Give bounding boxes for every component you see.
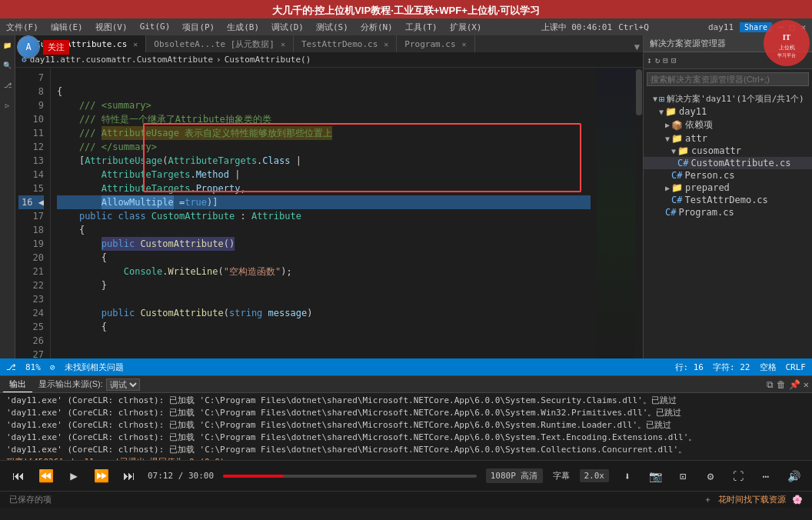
rewind-button[interactable]: ⏪ [37, 467, 55, 485]
solution-explorer-header: 解决方案资源管理器 [644, 35, 812, 52]
settings-button[interactable]: ⚙ [701, 467, 720, 485]
tree-node-customattr-cs[interactable]: C# CustomAttribute.cs [644, 157, 812, 169]
menu-bar[interactable]: 文件(F) 编辑(E) 视图(V) Git(G) 项目(P) 生成(B) 调试(… [6, 22, 482, 33]
output-clear-icon[interactable]: 🗑 [777, 379, 786, 390]
app-title: day11 [708, 22, 734, 32]
tab-close-testattrdemo[interactable]: ✕ [384, 40, 388, 48]
prev-frame-button[interactable]: ⏮ [9, 467, 28, 485]
code-line-19: public CustomAttribute() [57, 237, 591, 251]
tab-close-program[interactable]: ✕ [462, 40, 467, 48]
progress-fill [223, 475, 284, 478]
play-button[interactable]: ▶ [65, 467, 83, 485]
tree-node-testattrdemo-cs[interactable]: C# TestAttrDemo.cs [644, 194, 812, 206]
sidebar-icon-search[interactable]: 🔍 [1, 58, 15, 72]
scrollbar-thumb[interactable] [636, 69, 642, 115]
prepared-icon: 📁 [671, 182, 683, 193]
filter-icon[interactable]: ⊡ [671, 55, 677, 65]
collapse-icon[interactable]: ⊟ [663, 55, 668, 65]
code-line-11: /// AttributeUsage 表示自定义特性能够放到那些位置上 [57, 126, 591, 140]
output-close-icon[interactable]: ✕ [804, 379, 809, 390]
zoom-level[interactable]: 81% [25, 362, 41, 372]
menu-project[interactable]: 项目(P) [182, 22, 215, 33]
pip-button[interactable]: ⊡ [674, 467, 692, 485]
code-line-17: public class CustomAttribute : Attribute [57, 209, 591, 223]
sync-icon[interactable]: ↕ [647, 55, 652, 65]
tab-close-customattribute[interactable]: ✕ [133, 40, 138, 48]
menu-debug[interactable]: 调试(D) [271, 22, 304, 33]
volume-button[interactable]: 🔊 [784, 467, 803, 485]
tab-label-testattrdemo: TestAttrDemo.cs [301, 39, 378, 49]
quality-button[interactable]: 1080P 高清 [486, 468, 543, 483]
tree-node-day11[interactable]: ▼ 📁 day11 [644, 105, 812, 118]
download-button[interactable]: ⬇ [618, 467, 637, 485]
minimize-button[interactable]: ─ [778, 22, 784, 32]
menu-file[interactable]: 文件(F) [6, 22, 38, 33]
menu-view[interactable]: 视图(V) [95, 22, 128, 33]
solution-explorer-panel: 解决方案资源管理器 ↕ ↻ ⊟ ⊡ ▼ ⊞ 解决方案'day11'(1个项目/共… [643, 35, 812, 358]
tab-close-obsolete[interactable]: ✕ [281, 40, 285, 48]
current-time: 07:12 [148, 471, 173, 481]
sidebar-icon-debug[interactable]: ▷ [1, 98, 15, 112]
prepared-arrow: ▶ [665, 184, 670, 192]
menu-edit[interactable]: 编辑(E) [51, 22, 83, 33]
editor-scrollbar[interactable] [635, 68, 643, 358]
menu-test[interactable]: 测试(S) [316, 22, 348, 33]
tree-node-prepared[interactable]: ▶ 📁 prepared [644, 182, 812, 194]
row-indicator: 行: 16 [675, 362, 704, 373]
total-time: 30:00 [188, 471, 214, 481]
breadcrumb-method[interactable]: CustomAttribute() [225, 55, 311, 65]
menu-extensions[interactable]: 扩展(X) [450, 22, 482, 33]
output-line-1: 'day11.exe' (CoreCLR: clrhost): 已加载 'C:\… [6, 395, 806, 407]
top-bar: 文件(F) 编辑(E) 视图(V) Git(G) 项目(P) 生成(B) 调试(… [0, 18, 812, 35]
time-display: 07:12 / 30:00 [148, 471, 214, 481]
output-pin-icon[interactable]: 📌 [789, 379, 800, 390]
tree-node-solution[interactable]: ▼ ⊞ 解决方案'day11'(1个项目/共1个) [644, 92, 812, 105]
menu-git[interactable]: Git(G) [140, 22, 171, 33]
code-line-27 [57, 348, 591, 358]
add-icon[interactable]: ＋ [704, 494, 712, 505]
subtitles-button[interactable]: 字幕 [552, 467, 571, 485]
tab-testattrdemo[interactable]: TestAttrDemo.cs ✕ [294, 35, 397, 52]
output-tab-output[interactable]: 输出 [3, 377, 32, 392]
solution-search-input[interactable] [647, 72, 809, 86]
tab-label-program: Program.cs [404, 39, 455, 49]
output-panel: 输出 显示输出来源(S): 调试 ⧉ 🗑 📌 ✕ 'day11.exe' (Co… [0, 375, 812, 460]
sidebar-icon-git[interactable]: ⎇ [1, 78, 15, 92]
output-copy-icon[interactable]: ⧉ [767, 379, 774, 390]
fullscreen-button[interactable]: ⛶ [729, 467, 747, 485]
menu-tools[interactable]: 工具(T) [405, 22, 438, 33]
status-right: 行: 16 字符: 22 空格 CRLF [675, 362, 807, 373]
maximize-button[interactable]: □ [790, 22, 795, 32]
next-frame-button[interactable]: ⏭ [120, 467, 138, 485]
tree-node-person-cs[interactable]: C# Person.cs [644, 169, 812, 182]
tree-node-program-cs[interactable]: C# Program.cs [644, 206, 812, 218]
speed-button[interactable]: 2.0x [580, 469, 610, 482]
dropdown-arrow[interactable]: ▼ [634, 42, 640, 52]
code-line-10: /// 特性是一个继承了Attribute抽象类的类 [57, 112, 591, 126]
menu-build[interactable]: 生成(B) [227, 22, 259, 33]
tab-obsolete[interactable]: ObsoleteA...te [从元数据] ✕ [146, 35, 294, 52]
tab-program[interactable]: Program.cs ✕ [397, 35, 474, 52]
day11-label: day11 [679, 106, 707, 117]
refresh-icon[interactable]: ↻ [655, 55, 661, 65]
share-button[interactable]: Share [740, 22, 772, 32]
code-line-24: public CustomAttribute(string message) [57, 306, 591, 320]
output-line-3: 'day11.exe' (CoreCLR: clrhost): 已加载 'C:\… [6, 419, 806, 432]
tree-node-cusomattr[interactable]: ▼ 📁 cusomattr [644, 145, 812, 157]
more-options-button[interactable]: ⋯ [757, 467, 775, 485]
output-source-select[interactable]: 调试 [106, 378, 140, 391]
video-progress-bar[interactable] [223, 475, 477, 478]
close-button[interactable]: ✕ [800, 22, 806, 32]
solution-tree: ▼ ⊞ 解决方案'day11'(1个项目/共1个) ▼ 📁 day11 ▶ 📦 … [644, 89, 812, 358]
tree-node-deps[interactable]: ▶ 📦 依赖项 [644, 118, 812, 132]
sidebar-icon-explorer[interactable]: 📁 [1, 38, 15, 52]
deps-icon: 📦 [671, 120, 683, 131]
tree-node-attr[interactable]: ▼ 📁 attr [644, 132, 812, 145]
follow-button[interactable]: 关注 [43, 40, 69, 55]
code-content[interactable]: { /// <summary> /// 特性是一个继承了Attribute抽象类… [51, 68, 597, 358]
menu-analyze[interactable]: 分析(N) [361, 22, 393, 33]
fast-forward-button[interactable]: ⏩ [92, 467, 111, 485]
title-bar-right[interactable]: day11 Share ─ □ ✕ [708, 22, 806, 32]
output-tabs-bar: 输出 显示输出来源(S): 调试 ⧉ 🗑 📌 ✕ [0, 376, 812, 393]
screenshot-button[interactable]: 📷 [646, 467, 664, 485]
